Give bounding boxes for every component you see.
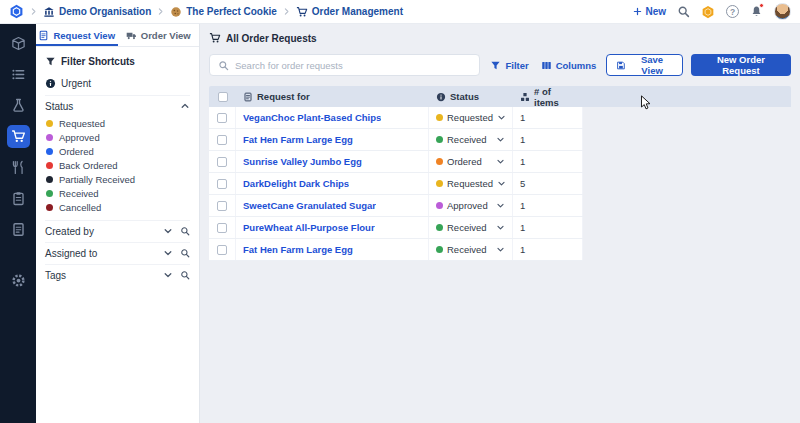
funnel-icon xyxy=(490,60,501,71)
status-dropdown[interactable]: Requested xyxy=(429,173,513,194)
page-title-label: All Order Requests xyxy=(226,33,317,44)
request-link[interactable]: DarkDelight Dark Chips xyxy=(243,178,349,189)
status-dropdown[interactable]: Received xyxy=(429,239,513,260)
tab-label: Request View xyxy=(53,30,115,41)
request-link[interactable]: VeganChoc Plant-Based Chips xyxy=(243,112,381,123)
header-request-for: Request for xyxy=(236,86,429,107)
save-view-button[interactable]: Save View xyxy=(606,54,683,76)
table-header-row: Request for Status # of items xyxy=(209,86,791,107)
nav-inventory-icon[interactable] xyxy=(7,32,30,55)
toolbar: Filter Columns Save View New Order Reque… xyxy=(209,54,791,76)
assigned-to-filter-section[interactable]: Assigned to xyxy=(45,242,190,261)
request-link[interactable]: Fat Hen Farm Large Egg xyxy=(243,134,353,145)
table-row[interactable]: PureWheat All-Purpose Flour Received 1 xyxy=(209,217,583,239)
tags-filter-section[interactable]: Tags xyxy=(45,264,190,283)
created-by-filter-section[interactable]: Created by xyxy=(45,220,190,239)
status-dropdown[interactable]: Requested xyxy=(429,107,513,128)
row-checkbox[interactable] xyxy=(217,179,227,189)
nav-tasks-clipboard-icon[interactable] xyxy=(7,187,30,210)
new-order-request-button[interactable]: New Order Request xyxy=(691,54,791,76)
table-row[interactable]: SweetCane Granulated Sugar Approved 1 xyxy=(209,195,583,217)
search-icon[interactable] xyxy=(677,5,690,18)
table-row[interactable]: Fat Hen Farm Large Egg Received 1 xyxy=(209,129,583,151)
filter-shortcuts-title: Filter Shortcuts xyxy=(45,56,190,67)
nav-order-management-cart-icon[interactable] xyxy=(7,125,30,148)
row-checkbox[interactable] xyxy=(217,157,227,167)
filter-button[interactable]: Filter xyxy=(488,54,530,76)
row-checkbox[interactable] xyxy=(217,113,227,123)
breadcrumb-item-organisation[interactable]: Demo Organisation xyxy=(43,6,151,18)
new-button[interactable]: New xyxy=(633,6,666,17)
filter-sidebar: Request View Order View Filter Shortcuts… xyxy=(36,24,200,423)
breadcrumb-item-site[interactable]: The Perfect Cookie xyxy=(170,6,277,18)
table-row[interactable]: Sunrise Valley Jumbo Egg Ordered 1 xyxy=(209,151,583,173)
status-dropdown[interactable]: Approved xyxy=(429,195,513,216)
settings-gear-icon[interactable] xyxy=(7,269,30,292)
status-dot xyxy=(46,176,53,183)
columns-icon xyxy=(541,60,552,71)
status-filter-requested[interactable]: Requested xyxy=(45,116,190,130)
status-dot xyxy=(436,158,443,165)
status-dot xyxy=(436,246,443,253)
table-row[interactable]: DarkDelight Dark Chips Requested 5 xyxy=(209,173,583,195)
nav-recipes-flask-icon[interactable] xyxy=(7,94,30,117)
row-checkbox[interactable] xyxy=(217,245,227,255)
request-link[interactable]: Sunrise Valley Jumbo Egg xyxy=(243,156,362,167)
app-nav-rail xyxy=(0,24,36,423)
breadcrumb-item-order-management[interactable]: Order Management xyxy=(296,6,403,18)
request-link[interactable]: SweetCane Granulated Sugar xyxy=(243,200,376,211)
search-icon[interactable] xyxy=(180,226,190,236)
chevron-down-icon xyxy=(496,157,505,166)
request-view-icon xyxy=(38,30,49,41)
status-dropdown[interactable]: Received xyxy=(429,129,513,150)
items-count: 1 xyxy=(520,134,525,145)
nav-lists-icon[interactable] xyxy=(7,63,30,86)
help-icon[interactable]: ? xyxy=(726,5,739,18)
funnel-icon xyxy=(45,56,56,67)
status-dropdown[interactable]: Ordered xyxy=(429,151,513,172)
new-order-request-label: New Order Request xyxy=(717,54,765,76)
status-section-header[interactable]: Status xyxy=(45,95,190,114)
search-icon[interactable] xyxy=(180,270,190,280)
status-dot xyxy=(436,136,443,143)
status-filter-back-ordered[interactable]: Back Ordered xyxy=(45,158,190,172)
request-link[interactable]: PureWheat All-Purpose Flour xyxy=(243,222,375,233)
status-filter-approved[interactable]: Approved xyxy=(45,130,190,144)
assigned-to-label: Assigned to xyxy=(45,248,97,259)
nav-documents-icon[interactable] xyxy=(7,218,30,241)
truck-icon xyxy=(126,30,137,41)
app-logo-icon[interactable] xyxy=(9,4,24,19)
topbar: Demo Organisation The Perfect Cookie Ord… xyxy=(0,0,800,24)
order-search-box[interactable] xyxy=(209,54,480,76)
credits-hexagon-badge[interactable] xyxy=(701,5,715,19)
view-tabs: Request View Order View xyxy=(36,24,199,47)
row-checkbox[interactable] xyxy=(217,201,227,211)
new-button-label: New xyxy=(645,6,666,17)
columns-button[interactable]: Columns xyxy=(539,54,599,76)
table-row[interactable]: VeganChoc Plant-Based Chips Requested 1 xyxy=(209,107,583,129)
table-row[interactable]: Fat Hen Farm Large Egg Received 1 xyxy=(209,239,583,261)
header-status: Status xyxy=(429,86,513,107)
row-checkbox[interactable] xyxy=(217,135,227,145)
select-all-checkbox[interactable] xyxy=(218,92,228,102)
notifications-bell-icon[interactable] xyxy=(750,5,763,18)
filter-button-label: Filter xyxy=(505,60,528,71)
status-dropdown[interactable]: Received xyxy=(429,217,513,238)
search-input[interactable] xyxy=(235,60,471,71)
status-filter-ordered[interactable]: Ordered xyxy=(45,144,190,158)
row-checkbox[interactable] xyxy=(217,223,227,233)
request-link[interactable]: Fat Hen Farm Large Egg xyxy=(243,244,353,255)
status-filter-partially-received[interactable]: Partially Received xyxy=(45,172,190,186)
status-filter-cancelled[interactable]: Cancelled xyxy=(45,200,190,214)
search-icon[interactable] xyxy=(180,248,190,258)
tab-order-view[interactable]: Order View xyxy=(118,24,200,46)
status-filter-received[interactable]: Received xyxy=(45,186,190,200)
filter-urgent[interactable]: Urgent xyxy=(45,75,190,92)
help-glyph: ? xyxy=(730,7,735,17)
topbar-actions: New ? xyxy=(633,3,791,20)
tab-request-view[interactable]: Request View xyxy=(36,24,118,46)
status-dot xyxy=(46,162,53,169)
chevron-down-icon xyxy=(496,223,505,232)
avatar[interactable] xyxy=(774,3,791,20)
nav-kitchen-utensils-icon[interactable] xyxy=(7,156,30,179)
